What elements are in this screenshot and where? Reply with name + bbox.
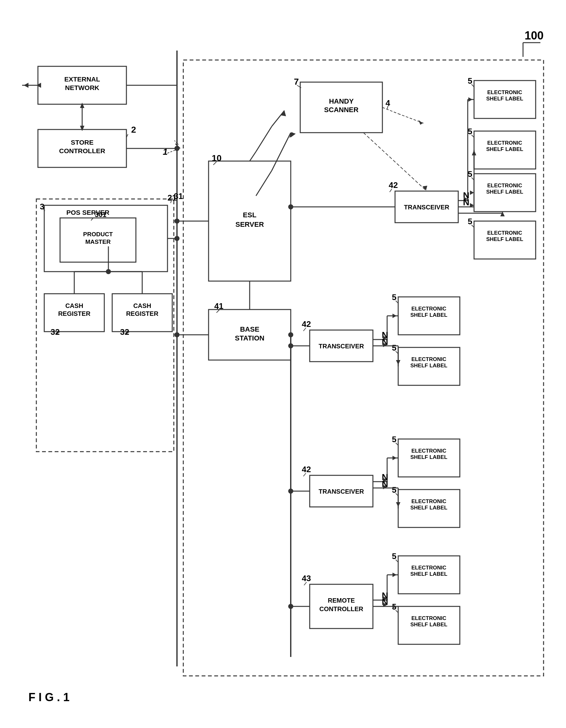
diagram-svg: 100 F I G . 1 EXTERNAL NETWORK STORE CON… [19,19,550,714]
svg-line-77 [256,126,272,152]
svg-marker-51 [393,456,397,460]
label-5-sa: 5 [468,169,472,179]
cash-reg-1-label2: REGISTER [58,310,91,317]
bus-dot-4 [174,332,179,337]
svg-marker-6 [24,83,28,88]
remote-controller-label2: CONTROLLER [320,605,364,612]
scanner-to-esl-dash [382,107,398,114]
label-5-fr: 5 [468,217,472,226]
label-10: 10 [212,153,221,163]
esl-rem-1-label: ELECTRONIC [412,565,447,571]
label-5-t2: 5 [468,127,472,136]
esl-rem-1-label2: SHELF LABEL [410,571,447,577]
bus-dot-3 [174,219,179,224]
esl-low-2-label2: SHELF LABEL [410,505,447,511]
esl-mid-2-label2: SHELF LABEL [410,363,447,369]
bus-dot-2 [174,236,179,241]
label-5-t1: 5 [468,76,472,86]
n-arrow-t2: N [463,197,469,207]
base-bus-dot [288,332,293,337]
cash-reg-2-label: CASH [133,302,151,309]
store-controller-label2: CONTROLLER [59,147,105,154]
label-5-m2: 5 [392,343,396,352]
svg-line-5 [167,150,175,153]
remote-controller-label: REMOTE [328,597,355,604]
label-5-r1: 5 [392,551,396,561]
esl-scanner-a-label2: SHELF LABEL [486,189,523,195]
esl-low-1-label: ELECTRONIC [412,448,447,454]
svg-marker-39 [393,314,397,318]
fig-label: F I G . 1 [28,691,69,704]
top-bus-dot [288,204,293,209]
label-7: 7 [294,77,299,87]
base-station-label: BASE [240,325,259,333]
label-5-l1: 5 [392,435,396,444]
handy-scanner-label2: SCANNER [324,106,359,114]
transceiver-top-label: TRANSCEIVER [404,204,449,211]
cash-reg-2-label2: REGISTER [126,310,159,317]
esl-mid-1-label2: SHELF LABEL [410,312,447,318]
diagram-container: 100 F I G . 1 EXTERNAL NETWORK STORE CON… [19,19,550,714]
esl-far-right-label2: SHELF LABEL [486,236,523,242]
external-network-label: EXTERNAL [64,75,100,83]
label-41: 41 [214,301,223,311]
esl-top-2-label: ELECTRONIC [487,140,522,146]
esl-rem-2-label2: SHELF LABEL [410,622,447,628]
svg-line-76 [250,152,256,161]
esl-top-2-label2: SHELF LABEL [486,146,523,152]
product-master-label2: MASTER [85,238,111,245]
esl-low-1-label2: SHELF LABEL [410,454,447,460]
svg-marker-28 [468,97,473,102]
label-5-m1: 5 [392,292,396,302]
mid-bus-dot [288,343,293,348]
label-32-1: 32 [51,327,60,337]
svg-marker-73 [470,190,474,195]
svg-marker-63 [393,573,397,577]
label-42-top: 42 [389,180,398,190]
product-master-label: PRODUCT [83,231,113,238]
svg-marker-72 [500,212,505,216]
handy-scanner-label: HANDY [329,97,354,105]
esl-rem-2-label: ELECTRONIC [412,615,447,621]
svg-marker-18 [291,132,296,137]
transceiver-low-label: TRANSCEIVER [319,488,364,495]
label-2: 2 [131,125,136,135]
esl-far-right-label: ELECTRONIC [487,230,522,236]
low-bus-dot [288,489,293,494]
external-network-label2: NETWORK [65,84,99,91]
label-31: 31 [174,191,183,201]
remote-bus-dot [288,604,293,609]
label-42-low: 42 [302,465,311,474]
label-42-mid: 42 [302,319,311,329]
esl-top-1-label: ELECTRONIC [487,89,522,95]
system-number: 100 [525,29,544,42]
esl-mid-1-label: ELECTRONIC [412,306,447,312]
label-301: 301 [95,211,106,219]
esl-low-2-label: ELECTRONIC [412,498,447,504]
esl-server-label2: SERVER [235,220,264,228]
base-station-label2: STATION [235,334,264,342]
esl-server-label: ESL [243,211,256,219]
label-43: 43 [302,574,311,583]
esl-top-1-label2: SHELF LABEL [486,96,523,102]
store-controller-label: STORE [71,139,93,146]
esl-scanner-a-label: ELECTRONIC [487,183,522,189]
esl-mid-2-label: ELECTRONIC [412,356,447,362]
cash-reg-1-label: CASH [65,302,83,309]
label-32-2: 32 [120,327,129,337]
transceiver-mid-label: TRANSCEIVER [319,343,364,350]
label-5-l2: 5 [392,485,396,495]
